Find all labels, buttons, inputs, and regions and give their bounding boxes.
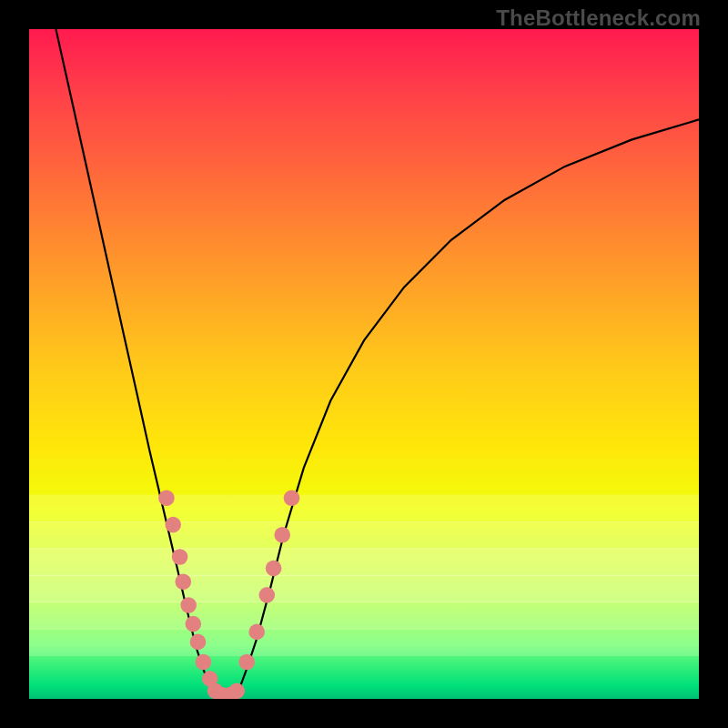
data-dot xyxy=(165,517,181,533)
data-dot xyxy=(238,654,255,671)
data-dot xyxy=(172,549,188,565)
bright-strip xyxy=(29,548,699,575)
data-dot xyxy=(274,527,290,543)
plot-area xyxy=(29,29,699,699)
watermark-text: TheBottleneck.com xyxy=(496,5,701,31)
data-dot xyxy=(190,634,207,651)
data-dot xyxy=(158,490,175,506)
bright-strip xyxy=(29,521,699,549)
chart-frame: TheBottleneck.com xyxy=(0,0,728,728)
data-dot xyxy=(176,573,192,590)
bright-bands xyxy=(29,495,699,657)
data-dot xyxy=(259,587,276,603)
data-dot xyxy=(196,654,212,671)
bright-strip xyxy=(29,495,699,522)
bright-strip xyxy=(29,575,699,602)
data-dot xyxy=(186,616,202,632)
data-dot xyxy=(248,624,265,641)
chart-svg xyxy=(29,29,699,699)
data-dot xyxy=(266,561,282,577)
data-dot xyxy=(284,490,300,506)
data-dot xyxy=(180,597,197,613)
bright-strip xyxy=(29,629,699,656)
data-dot xyxy=(228,682,245,699)
bright-strip xyxy=(29,602,699,629)
